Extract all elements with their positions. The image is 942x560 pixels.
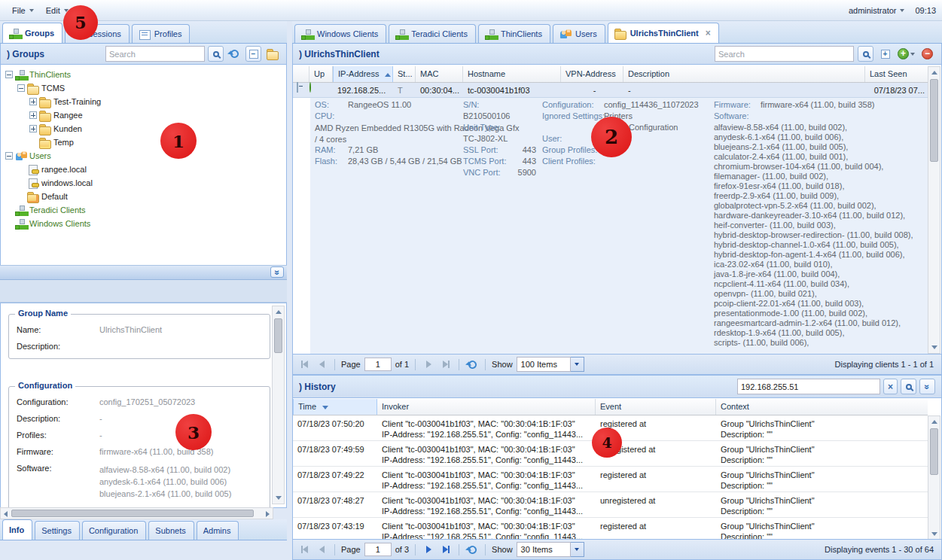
history-row[interactable]: 07/18/23 07:49:22 Client "tc-0030041b1f0… <box>293 467 928 492</box>
info-horizontal-scrollbar[interactable] <box>0 507 273 519</box>
tree-item[interactable]: Default <box>1 190 286 203</box>
history-row[interactable]: 07/18/23 07:43:19 Client "tc-0030041b1f0… <box>293 518 928 540</box>
next-page-button[interactable] <box>422 358 435 371</box>
info-vertical-scrollbar[interactable] <box>272 306 285 504</box>
history-search-input[interactable]: 192.168.255.51 <box>737 379 880 394</box>
column-ip-address[interactable]: IP-Address <box>333 66 393 82</box>
column-invoker[interactable]: Invoker <box>377 399 596 415</box>
tree-item[interactable]: Kunden <box>1 122 286 135</box>
combo-trigger[interactable] <box>571 542 584 557</box>
main-tab[interactable]: Windows Clients × <box>294 24 386 43</box>
scroll-up-icon[interactable] <box>931 420 937 424</box>
tree-expander[interactable] <box>5 152 13 160</box>
file-menu[interactable]: File <box>6 4 40 17</box>
column-hostname[interactable]: Hostname <box>463 66 561 82</box>
tree-expander[interactable] <box>5 71 13 78</box>
groups-refresh-button[interactable] <box>227 46 242 62</box>
last-page-button[interactable] <box>439 358 453 371</box>
tree-item[interactable]: windows.local <box>1 176 286 190</box>
remove-client-button[interactable]: − <box>919 46 935 62</box>
scroll-down-icon[interactable] <box>931 532 937 536</box>
client-row[interactable]: 192.168.25... T 00:30:04... tc-0030041b1… <box>293 83 928 98</box>
main-tab[interactable]: UlrichsThinClient × <box>608 23 719 43</box>
info-tab[interactable]: Settings <box>35 521 80 540</box>
add-client-button[interactable]: + <box>897 46 916 62</box>
expand-panel-button[interactable]: » <box>270 266 284 278</box>
group-folder-button[interactable] <box>264 46 280 62</box>
page-number-input[interactable]: 1 <box>364 543 392 556</box>
column-last-seen[interactable]: Last Seen <box>865 66 928 82</box>
column-event[interactable]: Event <box>596 399 716 415</box>
clients-search-input[interactable]: Search <box>715 46 854 62</box>
column-mac[interactable]: MAC <box>416 66 463 82</box>
tree-item[interactable]: TCMS <box>1 81 286 95</box>
scroll-down-icon[interactable] <box>931 345 937 349</box>
column-description[interactable]: Description <box>623 66 865 82</box>
refresh-button[interactable] <box>465 358 479 371</box>
groups-search-button[interactable] <box>208 46 224 62</box>
scrollbar-thumb[interactable] <box>930 79 938 162</box>
tab-label: Windows Clients <box>317 29 378 38</box>
first-page-button[interactable] <box>297 543 311 556</box>
scrollbar-thumb[interactable] <box>11 510 254 517</box>
tree-item[interactable]: Teradici Clients <box>1 203 286 217</box>
tree-item[interactable]: rangee.local <box>1 163 286 176</box>
history-search-button[interactable] <box>901 379 916 394</box>
groups-search-input[interactable]: Search <box>105 46 205 62</box>
clients-vertical-scrollbar[interactable] <box>928 66 940 354</box>
user-menu[interactable]: administrator <box>843 4 911 17</box>
info-tab[interactable]: Admins <box>197 521 239 540</box>
refresh-button[interactable] <box>465 543 479 556</box>
first-page-button[interactable] <box>297 358 311 371</box>
info-tab[interactable]: Subnets <box>148 521 194 540</box>
scrollbar-thumb[interactable] <box>274 318 282 353</box>
expand-all-button[interactable]: + <box>877 46 893 62</box>
history-expand-button[interactable]: » <box>919 379 935 394</box>
tree-expander[interactable] <box>29 98 37 105</box>
tree-expander[interactable] <box>29 111 37 119</box>
left-tab[interactable]: Groups <box>2 23 62 43</box>
row-collapse-icon[interactable] <box>297 82 298 93</box>
history-vertical-scrollbar[interactable] <box>928 415 940 540</box>
last-page-button[interactable] <box>439 543 453 556</box>
scroll-up-icon[interactable] <box>931 71 937 75</box>
close-icon[interactable]: × <box>706 29 711 37</box>
column-up[interactable]: Up <box>309 66 333 82</box>
main-tab[interactable]: Teradici Clients × <box>389 24 476 43</box>
software-item: presentationmode-1.00 (11.00, build 002)… <box>714 309 928 318</box>
info-tab[interactable]: Info <box>2 519 32 540</box>
tree-item[interactable]: Rangee <box>1 108 286 122</box>
tree-item[interactable]: Temp <box>1 135 286 149</box>
history-row[interactable]: 07/18/23 07:48:27 Client "tc-0030041b1f0… <box>293 492 928 518</box>
items-per-page-select[interactable]: 100 Items <box>517 357 584 372</box>
column-time[interactable]: Time <box>293 399 377 415</box>
scrollbar-thumb[interactable] <box>930 428 938 475</box>
combo-trigger[interactable] <box>571 357 584 372</box>
items-per-page-select[interactable]: 30 Items <box>517 542 584 557</box>
previous-page-button[interactable] <box>315 358 328 371</box>
previous-page-button[interactable] <box>315 543 328 556</box>
history-search-clear-button[interactable]: × <box>883 379 898 394</box>
tree-item[interactable]: ThinClients <box>1 68 286 81</box>
column-status[interactable]: St... <box>393 66 416 82</box>
tree-expander[interactable] <box>29 125 37 132</box>
tree-item[interactable]: Test-Training <box>1 95 286 108</box>
main-tab[interactable]: ThinClients × <box>478 24 550 43</box>
tree-expander[interactable] <box>17 84 25 92</box>
scroll-left-icon[interactable] <box>4 511 8 517</box>
scroll-down-icon[interactable] <box>276 496 282 500</box>
column-context[interactable]: Context <box>716 399 928 415</box>
tree-item[interactable]: Windows Clients <box>1 217 286 230</box>
main-tab[interactable]: Users × <box>553 24 605 43</box>
scroll-up-icon[interactable] <box>276 310 282 314</box>
left-tab[interactable]: Profiles <box>132 24 191 43</box>
scroll-right-icon[interactable] <box>266 511 270 517</box>
column-vpn-address[interactable]: VPN-Address <box>561 66 623 82</box>
page-number-input[interactable]: 1 <box>364 358 392 371</box>
clients-search-button[interactable] <box>858 46 873 62</box>
collapse-all-button[interactable]: − <box>245 46 261 62</box>
info-tab[interactable]: Configuration <box>82 521 146 540</box>
collapsed-panel-bar[interactable] <box>0 265 287 280</box>
next-page-button[interactable] <box>422 543 435 556</box>
tree-item[interactable]: Users <box>1 149 286 163</box>
